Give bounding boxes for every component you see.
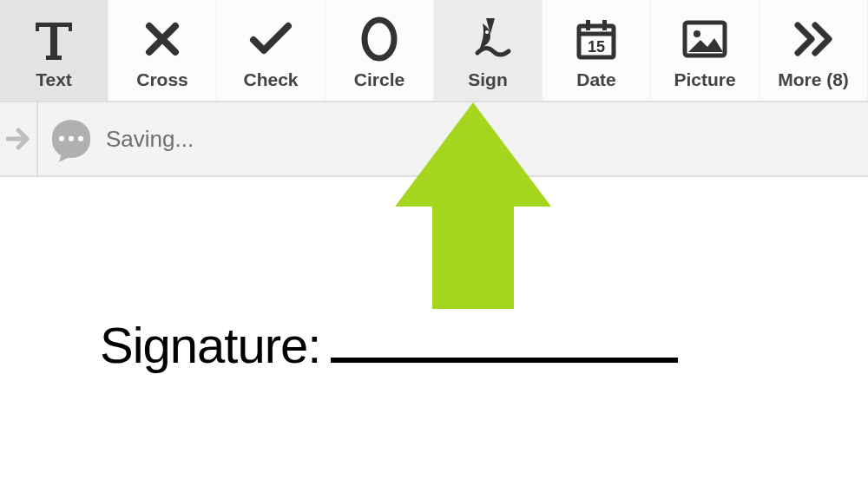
forward-arrow-button[interactable] xyxy=(0,102,38,176)
svg-point-1 xyxy=(485,30,489,34)
tool-label: Sign xyxy=(468,69,508,90)
tool-label: Text xyxy=(36,69,72,90)
tool-label: Check xyxy=(243,69,298,90)
check-icon xyxy=(245,14,297,64)
tool-more[interactable]: More (8) xyxy=(760,0,868,101)
tool-label: More (8) xyxy=(778,69,849,90)
svg-rect-5 xyxy=(602,20,607,30)
circle-icon xyxy=(353,14,405,64)
status-bar: Saving... xyxy=(0,102,868,177)
more-icon xyxy=(787,14,839,64)
tool-label: Cross xyxy=(136,69,188,90)
sign-icon xyxy=(462,14,514,64)
svg-rect-4 xyxy=(586,20,590,30)
tool-text[interactable]: Text xyxy=(0,0,108,101)
signature-line[interactable] xyxy=(331,358,678,363)
toolbar: Text Cross Check Circle xyxy=(0,0,868,102)
svg-point-0 xyxy=(365,20,394,58)
tool-label: Picture xyxy=(674,69,735,90)
picture-icon xyxy=(679,14,731,64)
date-icon: 15 xyxy=(570,14,622,64)
tool-label: Circle xyxy=(354,69,404,90)
tool-picture[interactable]: Picture xyxy=(651,0,760,101)
tool-circle[interactable]: Circle xyxy=(326,0,434,101)
tool-sign[interactable]: Sign xyxy=(434,0,542,101)
svg-point-8 xyxy=(694,30,700,37)
status-text: Saving... xyxy=(106,126,194,153)
svg-text:15: 15 xyxy=(588,38,605,56)
tool-check[interactable]: Check xyxy=(217,0,326,101)
tool-date[interactable]: 15 Date xyxy=(542,0,651,101)
tool-cross[interactable]: Cross xyxy=(108,0,217,101)
tool-label: Date xyxy=(576,69,616,90)
document-canvas[interactable]: Signature: xyxy=(0,177,868,374)
cross-icon xyxy=(136,14,188,64)
text-icon xyxy=(28,14,80,64)
signature-field[interactable]: Signature: xyxy=(100,316,868,374)
signature-label: Signature: xyxy=(100,316,320,374)
status-body: Saving... xyxy=(38,120,194,158)
comment-icon[interactable] xyxy=(52,120,90,158)
